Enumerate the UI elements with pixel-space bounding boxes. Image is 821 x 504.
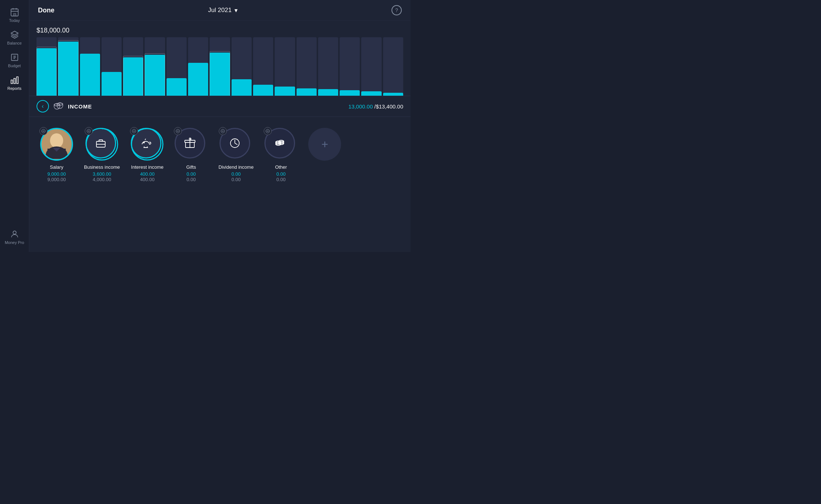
- remove-category-button[interactable]: [85, 127, 93, 135]
- bar-group: [167, 37, 187, 96]
- bar-group: [145, 37, 165, 96]
- category-name: Business income: [84, 164, 120, 170]
- remove-category-button[interactable]: [39, 127, 47, 135]
- bar-group: [102, 37, 122, 96]
- bar-group: [58, 37, 78, 96]
- svg-text:21: 21: [13, 12, 16, 16]
- bar-outline: [123, 56, 143, 96]
- category-budget: 400.00: [140, 177, 154, 182]
- svg-point-12: [13, 231, 16, 234]
- add-category-button[interactable]: +: [308, 128, 341, 164]
- help-button[interactable]: ?: [392, 5, 402, 15]
- bar-background: [318, 37, 338, 96]
- svg-line-40: [235, 143, 237, 145]
- category-item-dividend-income[interactable]: Dividend income0.000.00: [218, 128, 253, 182]
- bar-outline: [145, 53, 165, 96]
- category-actual: 0.00: [187, 171, 196, 177]
- sidebar-item-balance-label: Balance: [7, 41, 22, 45]
- bar-group: [80, 37, 100, 96]
- svg-rect-11: [16, 77, 18, 83]
- bar-background: [340, 37, 360, 96]
- bar-fill: [275, 87, 295, 96]
- bar-fill: [340, 90, 360, 96]
- sidebar-item-budget[interactable]: Budget: [0, 49, 29, 72]
- income-budget: $13,400.00: [376, 103, 403, 110]
- add-category-circle: +: [308, 128, 341, 161]
- bar-group: [318, 37, 338, 96]
- bar-group: [123, 37, 143, 96]
- period-selector[interactable]: Jul 2021 ▾: [208, 7, 238, 14]
- plus-icon: +: [321, 138, 328, 151]
- category-actual: 3,600.00: [93, 171, 111, 177]
- category-name: Other: [275, 164, 287, 170]
- done-button[interactable]: Done: [38, 7, 54, 14]
- bar-group: [210, 37, 230, 96]
- category-item-interest-income[interactable]: Interest income400.00400.00: [131, 128, 164, 182]
- left-chevron-icon: ‹: [42, 103, 43, 110]
- income-section: ‹ INCOME 13,000.00 / $13,400.00: [29, 96, 410, 117]
- category-actual: 0.00: [232, 171, 241, 177]
- bar-group: [253, 37, 273, 96]
- category-budget: 9,000.00: [47, 177, 66, 182]
- sidebar-item-today-label: Today: [9, 18, 20, 23]
- main-content: Done Jul 2021 ▾ ? $18,000.00 ‹ INCOME 1: [29, 0, 410, 252]
- bar-fill: [383, 93, 403, 96]
- bar-fill: [167, 78, 187, 96]
- bar-group: [188, 37, 208, 96]
- category-actual: 9,000.00: [47, 171, 66, 177]
- bar-fill: [253, 85, 273, 96]
- bar-background: [361, 37, 381, 96]
- bar-outline: [37, 47, 57, 96]
- bar-group: [37, 37, 57, 96]
- sidebar-item-today[interactable]: 21 Today: [0, 4, 29, 26]
- category-item-gifts[interactable]: Gifts0.000.00: [175, 128, 207, 182]
- categories-area: Salary9,000.009,000.00 Business income3,…: [29, 117, 410, 252]
- help-icon: ?: [395, 7, 398, 13]
- category-item-other[interactable]: Other0.000.00: [264, 128, 297, 182]
- bar-outline: [58, 40, 78, 96]
- bar-group: [383, 37, 403, 96]
- category-item-salary[interactable]: Salary9,000.009,000.00: [40, 128, 73, 182]
- category-budget: 4,000.00: [93, 177, 111, 182]
- sidebar-item-money-pro[interactable]: Money Pro: [0, 226, 29, 248]
- chart-max-label: $18,000.00: [37, 27, 403, 34]
- category-actual: 400.00: [140, 171, 154, 177]
- bar-fill: [188, 63, 208, 96]
- bar-fill: [102, 72, 122, 96]
- category-budget: 0.00: [232, 177, 241, 182]
- chevron-down-icon: ▾: [234, 7, 238, 14]
- chart-area: $18,000.00: [29, 21, 410, 96]
- sidebar-item-reports-label: Reports: [7, 86, 22, 91]
- bar-group: [361, 37, 381, 96]
- category-budget: 0.00: [276, 177, 286, 182]
- bar-background: [383, 37, 403, 96]
- category-item-business-income[interactable]: Business income3,600.004,000.00: [84, 128, 120, 182]
- category-name: Interest income: [131, 164, 164, 170]
- income-icon: [53, 100, 65, 113]
- sidebar-bottom-label: Money Pro: [5, 240, 24, 245]
- sidebar-item-reports[interactable]: Reports: [0, 72, 29, 94]
- bar-group: [232, 37, 252, 96]
- bar-group: [340, 37, 360, 96]
- svg-rect-10: [14, 79, 15, 84]
- category-name: Dividend income: [218, 164, 253, 170]
- bar-background: [297, 37, 317, 96]
- category-name: Gifts: [186, 164, 196, 170]
- category-budget: 0.00: [187, 177, 196, 182]
- bar-fill: [232, 79, 252, 96]
- back-button[interactable]: ‹: [37, 100, 49, 112]
- bar-fill: [80, 54, 100, 96]
- header: Done Jul 2021 ▾ ?: [29, 0, 410, 21]
- sidebar: 21 Today Balance Budget Reports: [0, 0, 29, 252]
- category-actual: 0.00: [276, 171, 286, 177]
- bar-outline: [210, 51, 230, 96]
- bar-fill: [318, 89, 338, 96]
- categories-row: Salary9,000.009,000.00 Business income3,…: [40, 128, 400, 182]
- sidebar-item-balance[interactable]: Balance: [0, 26, 29, 49]
- bar-group: [297, 37, 317, 96]
- svg-rect-9: [11, 80, 12, 84]
- income-label: INCOME: [68, 103, 348, 110]
- category-name: Salary: [50, 164, 64, 170]
- bar-chart: [37, 37, 403, 96]
- period-label: Jul 2021: [208, 7, 232, 14]
